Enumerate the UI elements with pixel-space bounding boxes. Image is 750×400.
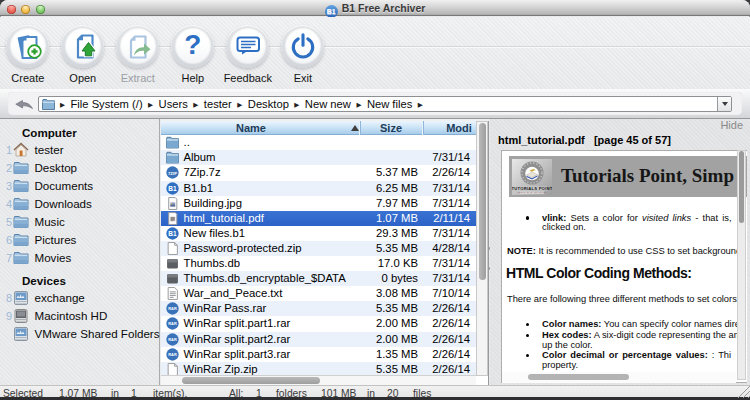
svg-text:RAR: RAR: [168, 322, 177, 327]
svg-text:RAR: RAR: [168, 307, 177, 312]
svg-text:7ZIP: 7ZIP: [168, 171, 177, 176]
svg-text:TUTORIALS POINT: TUTORIALS POINT: [512, 186, 552, 191]
svg-text:B1: B1: [168, 185, 177, 192]
svg-text:RAR: RAR: [168, 352, 177, 357]
svg-text:RAR: RAR: [168, 337, 177, 342]
svg-text:SIMPLY EASY LEARNING: SIMPLY EASY LEARNING: [518, 191, 547, 194]
svg-text:B1: B1: [168, 230, 177, 237]
